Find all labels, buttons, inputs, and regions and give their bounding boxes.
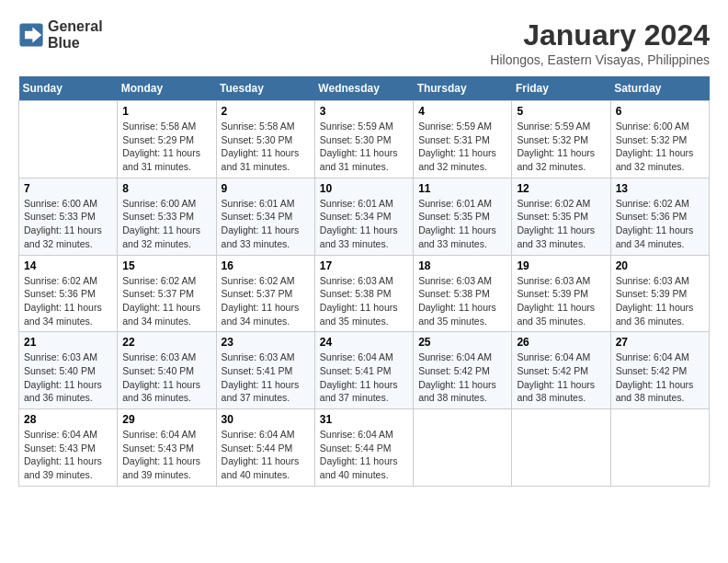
calendar-cell: 30Sunrise: 6:04 AMSunset: 5:44 PMDayligh… (216, 409, 314, 487)
day-info: Sunrise: 6:04 AMSunset: 5:41 PMDaylight:… (320, 350, 408, 405)
calendar-cell: 16Sunrise: 6:02 AMSunset: 5:37 PMDayligh… (216, 255, 314, 332)
calendar-cell: 28Sunrise: 6:04 AMSunset: 5:43 PMDayligh… (19, 409, 118, 487)
calendar-cell: 10Sunrise: 6:01 AMSunset: 5:34 PMDayligh… (314, 178, 413, 255)
day-number: 13 (616, 182, 704, 195)
calendar-cell: 18Sunrise: 6:03 AMSunset: 5:38 PMDayligh… (414, 255, 512, 332)
day-info: Sunrise: 6:04 AMSunset: 5:42 PMDaylight:… (517, 350, 605, 405)
calendar-week-row: 1Sunrise: 5:58 AMSunset: 5:29 PMDaylight… (19, 101, 710, 178)
day-number: 2 (222, 105, 310, 118)
day-number: 3 (320, 105, 408, 118)
calendar-cell: 4Sunrise: 5:59 AMSunset: 5:31 PMDaylight… (414, 101, 512, 178)
day-info: Sunrise: 6:03 AMSunset: 5:39 PMDaylight:… (517, 274, 605, 328)
day-number: 10 (320, 182, 408, 195)
page-header: General Blue January 2024 Hilongos, East… (18, 18, 710, 67)
day-number: 26 (517, 336, 605, 349)
day-number: 18 (418, 259, 506, 272)
calendar-cell: 14Sunrise: 6:02 AMSunset: 5:36 PMDayligh… (19, 255, 118, 332)
weekday-header-row: SundayMondayTuesdayWednesdayThursdayFrid… (19, 76, 710, 101)
calendar-week-row: 21Sunrise: 6:03 AMSunset: 5:40 PMDayligh… (19, 332, 710, 409)
day-number: 6 (616, 105, 704, 118)
day-info: Sunrise: 6:02 AMSunset: 5:36 PMDaylight:… (616, 197, 704, 251)
weekday-header: Monday (118, 76, 216, 101)
title-block: January 2024 Hilongos, Eastern Visayas, … (490, 18, 710, 67)
day-number: 21 (24, 336, 112, 349)
day-info: Sunrise: 5:58 AMSunset: 5:29 PMDaylight:… (122, 120, 210, 174)
day-number: 22 (122, 336, 210, 349)
calendar-cell (610, 409, 709, 487)
day-info: Sunrise: 6:02 AMSunset: 5:36 PMDaylight:… (24, 274, 112, 328)
calendar-cell: 12Sunrise: 6:02 AMSunset: 5:35 PMDayligh… (512, 178, 610, 255)
calendar-cell: 11Sunrise: 6:01 AMSunset: 5:35 PMDayligh… (414, 178, 512, 255)
weekday-header: Tuesday (216, 76, 314, 101)
day-number: 1 (122, 105, 210, 118)
calendar-cell: 21Sunrise: 6:03 AMSunset: 5:40 PMDayligh… (19, 332, 118, 409)
day-number: 23 (222, 336, 310, 349)
calendar-week-row: 28Sunrise: 6:04 AMSunset: 5:43 PMDayligh… (19, 409, 710, 487)
day-info: Sunrise: 6:00 AMSunset: 5:33 PMDaylight:… (122, 197, 210, 251)
calendar-cell: 15Sunrise: 6:02 AMSunset: 5:37 PMDayligh… (118, 255, 216, 332)
logo: General Blue (18, 18, 103, 51)
day-info: Sunrise: 6:04 AMSunset: 5:42 PMDaylight:… (418, 350, 506, 405)
day-info: Sunrise: 6:02 AMSunset: 5:37 PMDaylight:… (222, 274, 310, 328)
day-info: Sunrise: 6:03 AMSunset: 5:39 PMDaylight:… (616, 274, 704, 328)
calendar-cell: 1Sunrise: 5:58 AMSunset: 5:29 PMDaylight… (118, 101, 216, 178)
day-number: 31 (320, 413, 408, 426)
calendar-cell: 7Sunrise: 6:00 AMSunset: 5:33 PMDaylight… (19, 178, 118, 255)
day-number: 15 (122, 259, 210, 272)
calendar-cell: 5Sunrise: 5:59 AMSunset: 5:32 PMDaylight… (512, 101, 610, 178)
calendar-cell: 9Sunrise: 6:01 AMSunset: 5:34 PMDaylight… (216, 178, 314, 255)
day-info: Sunrise: 6:04 AMSunset: 5:44 PMDaylight:… (320, 428, 408, 482)
day-info: Sunrise: 5:58 AMSunset: 5:30 PMDaylight:… (222, 120, 310, 174)
day-number: 25 (418, 336, 506, 349)
day-info: Sunrise: 6:03 AMSunset: 5:40 PMDaylight:… (122, 350, 210, 405)
day-number: 8 (122, 182, 210, 195)
day-number: 24 (320, 336, 408, 349)
calendar-cell: 8Sunrise: 6:00 AMSunset: 5:33 PMDaylight… (118, 178, 216, 255)
calendar-table: SundayMondayTuesdayWednesdayThursdayFrid… (18, 76, 710, 487)
calendar-week-row: 14Sunrise: 6:02 AMSunset: 5:36 PMDayligh… (19, 255, 710, 332)
day-number: 16 (222, 259, 310, 272)
logo-icon (18, 22, 44, 48)
day-number: 7 (24, 182, 112, 195)
day-number: 11 (418, 182, 506, 195)
weekday-header: Sunday (19, 76, 118, 101)
day-info: Sunrise: 6:04 AMSunset: 5:43 PMDaylight:… (122, 428, 210, 482)
day-number: 5 (517, 105, 605, 118)
calendar-cell: 22Sunrise: 6:03 AMSunset: 5:40 PMDayligh… (118, 332, 216, 409)
calendar-cell: 29Sunrise: 6:04 AMSunset: 5:43 PMDayligh… (118, 409, 216, 487)
calendar-week-row: 7Sunrise: 6:00 AMSunset: 5:33 PMDaylight… (19, 178, 710, 255)
day-info: Sunrise: 6:01 AMSunset: 5:35 PMDaylight:… (418, 197, 506, 251)
day-info: Sunrise: 6:03 AMSunset: 5:41 PMDaylight:… (222, 350, 310, 405)
calendar-cell (512, 409, 610, 487)
day-info: Sunrise: 6:01 AMSunset: 5:34 PMDaylight:… (320, 197, 408, 251)
day-info: Sunrise: 5:59 AMSunset: 5:30 PMDaylight:… (320, 120, 408, 174)
day-info: Sunrise: 6:03 AMSunset: 5:38 PMDaylight:… (418, 274, 506, 328)
calendar-cell: 6Sunrise: 6:00 AMSunset: 5:32 PMDaylight… (610, 101, 709, 178)
day-number: 20 (616, 259, 704, 272)
day-info: Sunrise: 6:03 AMSunset: 5:38 PMDaylight:… (320, 274, 408, 328)
day-info: Sunrise: 5:59 AMSunset: 5:31 PMDaylight:… (418, 120, 506, 174)
weekday-header: Wednesday (314, 76, 413, 101)
calendar-cell: 20Sunrise: 6:03 AMSunset: 5:39 PMDayligh… (610, 255, 709, 332)
day-number: 17 (320, 259, 408, 272)
calendar-cell: 13Sunrise: 6:02 AMSunset: 5:36 PMDayligh… (610, 178, 709, 255)
calendar-cell (414, 409, 512, 487)
day-number: 4 (418, 105, 506, 118)
location: Hilongos, Eastern Visayas, Philippines (490, 52, 710, 67)
day-info: Sunrise: 6:00 AMSunset: 5:33 PMDaylight:… (24, 197, 112, 251)
day-info: Sunrise: 5:59 AMSunset: 5:32 PMDaylight:… (517, 120, 605, 174)
month-title: January 2024 (490, 18, 710, 52)
day-number: 9 (222, 182, 310, 195)
day-info: Sunrise: 6:02 AMSunset: 5:37 PMDaylight:… (122, 274, 210, 328)
calendar-cell: 2Sunrise: 5:58 AMSunset: 5:30 PMDaylight… (216, 101, 314, 178)
weekday-header: Thursday (414, 76, 512, 101)
day-info: Sunrise: 6:01 AMSunset: 5:34 PMDaylight:… (222, 197, 310, 251)
day-info: Sunrise: 6:04 AMSunset: 5:42 PMDaylight:… (616, 350, 704, 405)
calendar-cell: 23Sunrise: 6:03 AMSunset: 5:41 PMDayligh… (216, 332, 314, 409)
day-info: Sunrise: 6:04 AMSunset: 5:44 PMDaylight:… (222, 428, 310, 482)
logo-text: General Blue (48, 18, 103, 51)
day-info: Sunrise: 6:02 AMSunset: 5:35 PMDaylight:… (517, 197, 605, 251)
day-number: 12 (517, 182, 605, 195)
calendar-cell: 3Sunrise: 5:59 AMSunset: 5:30 PMDaylight… (314, 101, 413, 178)
day-number: 27 (616, 336, 704, 349)
